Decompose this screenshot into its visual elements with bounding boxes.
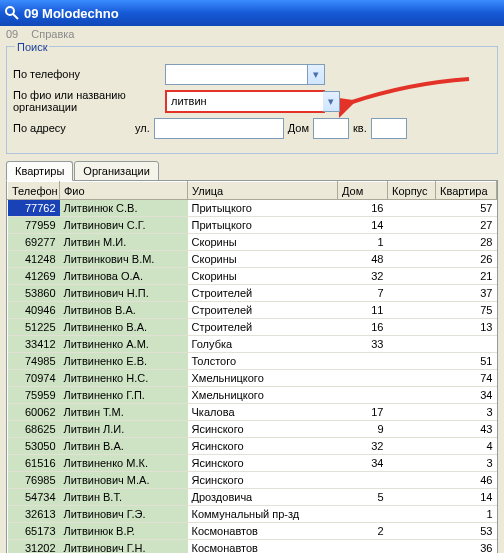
table-cell [338, 506, 388, 523]
table-cell [388, 455, 436, 472]
table-cell [388, 251, 436, 268]
house-input[interactable] [313, 118, 349, 139]
menu-bar: 09 Справка [0, 26, 504, 42]
results-panel: Телефон Фио Улица Дом Корпус Квартира 77… [6, 180, 498, 553]
table-row[interactable]: 69277Литвин М.И.Скорины128 [8, 234, 497, 251]
col-flat[interactable]: Квартира [436, 182, 497, 200]
chevron-down-icon[interactable]: ▾ [323, 91, 340, 112]
table-cell: 70974 [8, 370, 60, 387]
table-cell: Литвиненко Е.В. [60, 353, 188, 370]
table-cell: Скорины [188, 234, 338, 251]
title-bar: 09 Molodechno [0, 0, 504, 26]
table-cell: 54734 [8, 489, 60, 506]
table-row[interactable]: 53860Литвинович Н.П.Строителей737 [8, 285, 497, 302]
table-cell: 75 [436, 302, 497, 319]
table-cell: Строителей [188, 319, 338, 336]
table-row[interactable]: 60062Литвин Т.М.Чкалова173 [8, 404, 497, 421]
table-cell: Литвин Л.И. [60, 421, 188, 438]
table-cell: 9 [338, 421, 388, 438]
table-cell [338, 353, 388, 370]
table-cell [388, 540, 436, 554]
table-cell: 28 [436, 234, 497, 251]
col-fio[interactable]: Фио [60, 182, 188, 200]
table-cell: 33 [338, 336, 388, 353]
table-row[interactable]: 77959Литвинович С.Г.Притыцкого1427 [8, 217, 497, 234]
table-cell: Притыцкого [188, 217, 338, 234]
table-row[interactable]: 53050Литвин В.А.Ясинского324 [8, 438, 497, 455]
svg-point-0 [6, 7, 14, 15]
address-search-label: По адресу [13, 122, 131, 134]
table-cell: Литвинович Г.Э. [60, 506, 188, 523]
street-input[interactable] [154, 118, 284, 139]
table-row[interactable]: 76985Литвинович М.А.Ясинского46 [8, 472, 497, 489]
table-cell: Литвиненко Г.П. [60, 387, 188, 404]
table-cell: Литвинюк С.В. [60, 200, 188, 217]
table-row[interactable]: 31202Литвинович Г.Н.Космонавтов36 [8, 540, 497, 554]
results-table[interactable]: Телефон Фио Улица Дом Корпус Квартира 77… [7, 181, 497, 553]
table-row[interactable]: 68625Литвин Л.И.Ясинского943 [8, 421, 497, 438]
table-cell [388, 387, 436, 404]
table-cell: Ясинского [188, 472, 338, 489]
table-cell: Голубка [188, 336, 338, 353]
table-cell: Ясинского [188, 455, 338, 472]
chevron-down-icon[interactable]: ▾ [307, 65, 324, 84]
table-cell: Дроздовича [188, 489, 338, 506]
table-cell: Литвиненко М.К. [60, 455, 188, 472]
fio-search-input[interactable] [165, 90, 325, 113]
menu-09[interactable]: 09 [6, 28, 18, 40]
col-house[interactable]: Дом [338, 182, 388, 200]
table-cell: 74985 [8, 353, 60, 370]
table-row[interactable]: 77762Литвинюк С.В.Притыцкого1657 [8, 200, 497, 217]
table-cell: 77762 [8, 200, 60, 217]
table-cell: Литвинова О.А. [60, 268, 188, 285]
table-row[interactable]: 54734Литвин В.Т.Дроздовича514 [8, 489, 497, 506]
table-row[interactable]: 65173Литвинюк В.Р.Космонавтов253 [8, 523, 497, 540]
tab-orgs[interactable]: Организации [74, 161, 159, 181]
phone-search-label: По телефону [13, 68, 165, 80]
table-cell [388, 489, 436, 506]
table-cell: 69277 [8, 234, 60, 251]
table-cell: 74 [436, 370, 497, 387]
table-row[interactable]: 32613Литвинович Г.Э.Коммунальный пр-зд1 [8, 506, 497, 523]
table-cell: Литвин М.И. [60, 234, 188, 251]
table-cell: 60062 [8, 404, 60, 421]
table-row[interactable]: 74985Литвиненко Е.В.Толстого51 [8, 353, 497, 370]
table-cell: 34 [338, 455, 388, 472]
table-row[interactable]: 70974Литвиненко Н.С.Хмельницкого74 [8, 370, 497, 387]
table-row[interactable]: 40946Литвинов В.А.Строителей1175 [8, 302, 497, 319]
table-cell [388, 523, 436, 540]
table-cell [388, 370, 436, 387]
table-row[interactable]: 33412Литвиненко А.М.Голубка33 [8, 336, 497, 353]
table-row[interactable]: 41269Литвинова О.А.Скорины3221 [8, 268, 497, 285]
flat-input[interactable] [371, 118, 407, 139]
tab-flats[interactable]: Квартиры [6, 161, 73, 181]
table-cell: 48 [338, 251, 388, 268]
table-row[interactable]: 51225Литвиненко В.А.Строителей1613 [8, 319, 497, 336]
table-cell: Литвинович М.А. [60, 472, 188, 489]
col-phone[interactable]: Телефон [8, 182, 60, 200]
table-cell: 1 [436, 506, 497, 523]
table-cell: Ясинского [188, 421, 338, 438]
table-cell: 13 [436, 319, 497, 336]
table-cell [338, 387, 388, 404]
flat-label: кв. [353, 122, 367, 134]
table-cell: 21 [436, 268, 497, 285]
table-cell: 27 [436, 217, 497, 234]
menu-help[interactable]: Справка [31, 28, 74, 40]
table-cell: Литвинович Н.П. [60, 285, 188, 302]
table-cell: 41248 [8, 251, 60, 268]
table-row[interactable]: 61516Литвиненко М.К.Ясинского343 [8, 455, 497, 472]
phone-search-combo[interactable]: ▾ [165, 64, 325, 85]
table-cell [388, 302, 436, 319]
table-cell: 36 [436, 540, 497, 554]
table-cell: Хмельницкого [188, 387, 338, 404]
table-cell: 53 [436, 523, 497, 540]
table-cell [436, 336, 497, 353]
col-street[interactable]: Улица [188, 182, 338, 200]
table-row[interactable]: 75959Литвиненко Г.П.Хмельницкого34 [8, 387, 497, 404]
table-row[interactable]: 41248Литвинкович В.М.Скорины4826 [8, 251, 497, 268]
table-cell: Литвинович Г.Н. [60, 540, 188, 554]
table-cell: 32613 [8, 506, 60, 523]
col-korpus[interactable]: Корпус [388, 182, 436, 200]
table-cell: 7 [338, 285, 388, 302]
